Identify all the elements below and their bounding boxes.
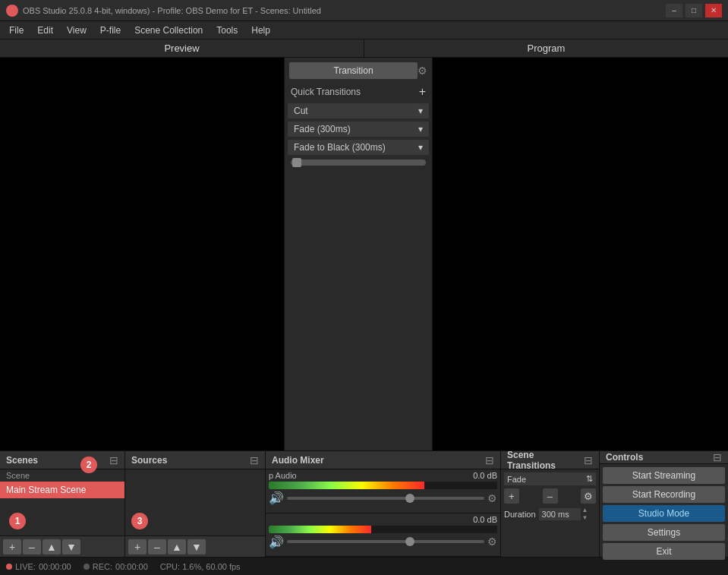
audio-ch1-mute-button[interactable]: 🔊 bbox=[269, 491, 284, 505]
rec-status: REC: 00:00:00 bbox=[84, 562, 148, 571]
audio-ch1-slider-thumb bbox=[405, 494, 414, 503]
move-scene-down-button[interactable]: ▼ bbox=[62, 539, 80, 554]
maximize-button[interactable]: □ bbox=[685, 4, 702, 17]
menu-file[interactable]: File bbox=[3, 24, 30, 37]
transition-slider-track[interactable] bbox=[291, 160, 426, 166]
controls-panel: Controls ⊟ Start Streaming Start Recordi… bbox=[600, 451, 728, 557]
transition-button[interactable]: Transition bbox=[289, 62, 418, 79]
fade-select-label: Fade bbox=[507, 475, 526, 484]
audio-ch1-controls: 🔊 ⚙ bbox=[269, 491, 497, 505]
preview-panel bbox=[0, 58, 285, 450]
settings-button[interactable]: Settings bbox=[603, 524, 725, 541]
audio-ch1-meter bbox=[269, 482, 497, 489]
sources-panel: Sources ⊟ + – ▲ ▼ bbox=[125, 451, 266, 557]
add-source-button[interactable]: + bbox=[128, 539, 147, 554]
live-status: LIVE: 00:00:00 bbox=[6, 562, 71, 571]
audio-ch2-slider-thumb bbox=[405, 537, 414, 546]
sources-config-icon[interactable]: ⊟ bbox=[250, 454, 259, 466]
live-label: LIVE: bbox=[15, 562, 36, 571]
program-label: Program bbox=[364, 39, 728, 57]
scene-transitions-config-icon[interactable]: ⊟ bbox=[584, 454, 593, 466]
transition-slider-thumb bbox=[292, 158, 301, 167]
fade-label: Fade (300ms) bbox=[294, 124, 351, 134]
preview-program-header: Preview Program bbox=[0, 39, 728, 58]
duration-label: Duration bbox=[504, 510, 536, 519]
transition-settings-button[interactable]: ⚙ bbox=[581, 488, 596, 504]
audio-ch2-mute-button[interactable]: 🔊 bbox=[269, 535, 284, 549]
program-panel bbox=[433, 58, 728, 450]
exit-button[interactable]: Exit bbox=[603, 543, 725, 560]
badge-2: 2 bbox=[80, 457, 97, 473]
menu-scene-collection[interactable]: Scene Collection bbox=[128, 24, 209, 37]
duration-row: Duration ▲ ▼ bbox=[504, 507, 596, 521]
studio-mode-button[interactable]: Studio Mode bbox=[603, 505, 725, 522]
menu-tools[interactable]: Tools bbox=[210, 24, 244, 37]
rec-label: REC: bbox=[93, 562, 112, 571]
duration-arrows: ▲ ▼ bbox=[582, 507, 588, 521]
duration-input[interactable] bbox=[539, 508, 581, 520]
menu-help[interactable]: Help bbox=[245, 24, 276, 37]
move-source-up-button[interactable]: ▲ bbox=[168, 539, 186, 554]
program-canvas[interactable] bbox=[433, 58, 728, 450]
controls-title: Controls bbox=[606, 452, 643, 463]
audio-ch1-db: 0.0 dB bbox=[473, 471, 497, 480]
scenes-toolbar: + – ▲ ▼ bbox=[0, 536, 124, 557]
preview-canvas[interactable] bbox=[0, 58, 284, 450]
audio-ch1-settings-button[interactable]: ⚙ bbox=[487, 492, 497, 504]
transition-controls: Fade ⇅ + – ⚙ Duration ▲ ▼ bbox=[501, 469, 599, 557]
add-transition-button[interactable]: + bbox=[504, 488, 519, 504]
move-scene-up-button[interactable]: ▲ bbox=[43, 539, 61, 554]
menu-edit[interactable]: Edit bbox=[31, 24, 59, 37]
audio-mixer-title: Audio Mixer bbox=[272, 455, 324, 466]
remove-scene-button[interactable]: – bbox=[23, 539, 41, 554]
start-streaming-button[interactable]: Start Streaming bbox=[603, 467, 725, 484]
audio-ch1-slider[interactable] bbox=[287, 497, 484, 500]
live-dot bbox=[6, 564, 12, 570]
audio-ch2-meter-fill bbox=[269, 526, 371, 533]
badge-3: 3 bbox=[131, 513, 148, 529]
menu-pfile[interactable]: P-file bbox=[94, 24, 127, 37]
controls-header: Controls ⊟ bbox=[600, 451, 728, 464]
fade-select-arrows: ⇅ bbox=[586, 474, 593, 484]
bottom-area: 1 2 3 Scenes ⊟ Scene Main Stream Scene +… bbox=[0, 450, 728, 557]
controls-config-icon[interactable]: ⊟ bbox=[713, 451, 722, 463]
scene-transitions-title: Scene Transitions bbox=[507, 450, 584, 471]
quick-transitions-label: Quick Transitions bbox=[291, 87, 361, 97]
scenes-header: Scenes ⊟ bbox=[0, 451, 124, 469]
audio-channel-1: p Audio 0.0 dB 🔊 ⚙ bbox=[266, 469, 500, 513]
audio-ch2-controls: 🔊 ⚙ bbox=[269, 535, 497, 549]
fade-to-black-label: Fade to Black (300ms) bbox=[294, 142, 386, 153]
scenes-config-icon[interactable]: ⊟ bbox=[109, 454, 118, 466]
duration-up-arrow[interactable]: ▲ bbox=[582, 507, 588, 513]
minimize-button[interactable]: – bbox=[666, 4, 682, 17]
close-button[interactable]: ✕ bbox=[705, 4, 722, 17]
window-controls: – □ ✕ bbox=[666, 4, 722, 17]
fade-to-black-chevron: ▾ bbox=[418, 142, 423, 153]
add-scene-button[interactable]: + bbox=[3, 539, 21, 554]
fade-select[interactable]: Fade ⇅ bbox=[504, 472, 596, 485]
start-recording-button[interactable]: Start Recording bbox=[603, 486, 725, 503]
remove-source-button[interactable]: – bbox=[148, 539, 166, 554]
transition-settings-icon[interactable]: ⚙ bbox=[418, 65, 427, 77]
audio-ch1-label: p Audio bbox=[269, 471, 297, 480]
scene-item-main[interactable]: Main Stream Scene bbox=[0, 482, 124, 498]
remove-transition-button[interactable]: – bbox=[543, 488, 558, 504]
cut-dropdown[interactable]: Cut ▾ bbox=[288, 103, 429, 118]
app-icon bbox=[6, 5, 18, 17]
audio-ch2-slider[interactable] bbox=[287, 540, 484, 543]
cpu-status: CPU: 1.6%, 60.00 fps bbox=[160, 562, 241, 571]
audio-config-icon[interactable]: ⊟ bbox=[485, 454, 494, 466]
scenes-panel: Scenes ⊟ Scene Main Stream Scene + – ▲ ▼ bbox=[0, 451, 125, 557]
move-source-down-button[interactable]: ▼ bbox=[188, 539, 206, 554]
controls-buttons: Start Streaming Start Recording Studio M… bbox=[600, 464, 728, 563]
duration-down-arrow[interactable]: ▼ bbox=[582, 514, 588, 521]
transition-edit-row: + – ⚙ bbox=[504, 488, 596, 504]
fade-to-black-dropdown[interactable]: Fade to Black (300ms) ▾ bbox=[288, 140, 429, 155]
audio-channel-2-header: 0.0 dB bbox=[269, 515, 497, 524]
titlebar: OBS Studio 25.0.8 4-bit, windows) - Prof… bbox=[0, 0, 728, 21]
fade-dropdown[interactable]: Fade (300ms) ▾ bbox=[288, 122, 429, 137]
quick-transitions-row: Quick Transitions + bbox=[288, 84, 429, 100]
add-quick-transition-button[interactable]: + bbox=[419, 85, 426, 99]
audio-ch2-settings-button[interactable]: ⚙ bbox=[487, 536, 497, 548]
menu-view[interactable]: View bbox=[61, 24, 93, 37]
